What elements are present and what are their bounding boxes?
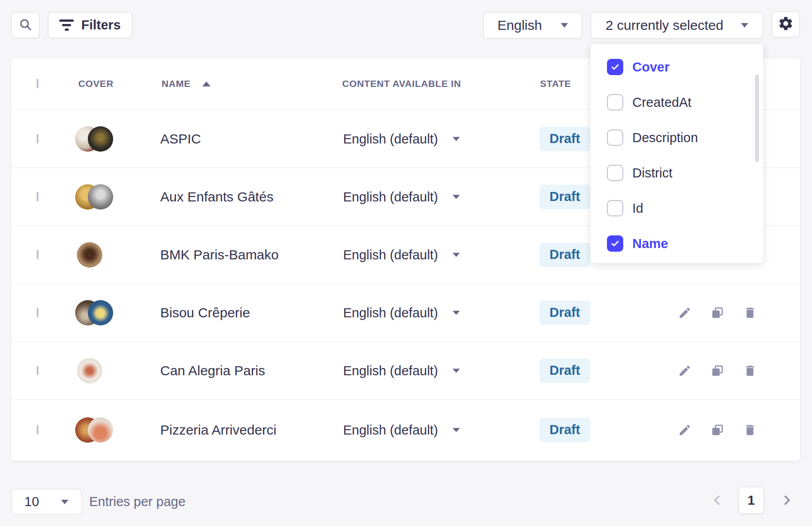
edit-button[interactable] [678,306,692,320]
entry-name: Bisou Crêperie [160,305,250,320]
row-checkbox[interactable] [37,134,38,143]
entry-name: Can Alegria Paris [160,363,265,378]
column-option-label: CreatedAt [632,95,692,110]
chevron-down-icon [453,195,460,199]
locale-dropdown[interactable]: English (default) [343,189,460,204]
cover-avatars [75,417,113,443]
locale-select[interactable]: English [483,12,582,38]
chevron-down-icon [453,428,460,432]
locale-value: English (default) [343,422,438,437]
column-option-id[interactable]: Id [591,191,763,226]
filter-icon [59,19,74,31]
checkbox-checked-icon[interactable] [607,59,623,75]
column-header-state: STATE [540,78,571,89]
page-size-value: 10 [24,494,39,509]
column-option-description[interactable]: Description [591,120,763,155]
search-button[interactable] [11,12,39,38]
popover-scrollbar[interactable] [755,75,759,162]
previous-page-button[interactable] [714,495,724,506]
table-row[interactable]: Pizzeria Arrivederci English (default) D… [11,399,800,460]
cover-avatars [75,300,113,325]
duplicate-button[interactable] [711,364,724,378]
cover-avatars [75,184,113,210]
filters-button[interactable]: Filters [48,12,132,38]
entries-per-page-label: Entries per page [89,489,186,515]
column-header-name: NAME [162,78,191,89]
column-option-createdat[interactable]: CreatedAt [591,85,763,120]
table-row[interactable]: Bisou Crêperie English (default) Draft [11,283,800,341]
column-header-cover: COVER [78,78,114,89]
column-header-content: CONTENT AVAILABLE IN [342,78,461,89]
column-option-label: Id [632,201,643,216]
checkbox-unchecked-icon[interactable] [607,165,623,181]
checkbox-unchecked-icon[interactable] [607,94,623,110]
delete-button[interactable] [743,364,757,378]
row-checkbox[interactable] [37,308,38,317]
column-option-name[interactable]: Name [591,226,763,261]
locale-dropdown[interactable]: English (default) [343,131,460,146]
status-badge: Draft [540,185,590,209]
locale-dropdown[interactable]: English (default) [343,363,460,378]
settings-button[interactable] [772,11,800,37]
page-size-select[interactable]: 10 [11,489,81,515]
checkbox-unchecked-icon[interactable] [607,200,623,216]
entry-name: BMK Paris-Bamako [160,247,279,263]
chevron-down-icon [741,23,748,28]
row-checkbox[interactable] [37,192,38,201]
cover-avatars [77,358,102,383]
column-option-label: Description [632,130,698,145]
select-all-checkbox[interactable] [37,79,38,88]
search-icon [19,18,32,33]
delete-button[interactable] [743,306,757,320]
column-option-label: District [632,166,673,181]
column-option-cover[interactable]: Cover [591,49,763,85]
columns-select[interactable]: 2 currently selected [591,12,763,38]
avatar [88,184,113,210]
locale-value: English (default) [343,189,438,204]
locale-dropdown[interactable]: English (default) [343,305,460,320]
chevron-down-icon [453,137,460,141]
edit-button[interactable] [678,423,692,437]
column-option-district[interactable]: District [591,155,763,191]
chevron-down-icon [453,253,460,257]
sort-ascending-icon [202,81,210,86]
page-1-button[interactable]: 1 [739,488,763,513]
duplicate-button[interactable] [711,423,724,437]
row-checkbox[interactable] [37,425,38,435]
status-badge: Draft [540,418,590,442]
status-badge: Draft [540,243,590,267]
locale-value: English (default) [343,305,438,320]
locale-select-value: English [497,18,542,33]
next-page-button[interactable] [780,495,791,506]
cover-avatars [75,126,113,152]
columns-select-value: 2 currently selected [606,18,723,33]
table-row[interactable]: Can Alegria Paris English (default) Draf… [11,341,800,399]
chevron-down-icon [561,23,568,28]
avatar [77,242,102,268]
locale-dropdown[interactable]: English (default) [343,247,460,262]
duplicate-button[interactable] [711,306,724,320]
checkbox-checked-icon[interactable] [607,235,623,252]
row-checkbox[interactable] [37,250,38,259]
avatar [77,358,102,383]
avatar [88,126,113,152]
status-badge: Draft [540,301,590,325]
locale-value: English (default) [343,131,438,146]
avatar [88,417,113,443]
entry-name: Pizzeria Arrivederci [160,422,277,438]
checkbox-unchecked-icon[interactable] [607,129,623,146]
locale-value: English (default) [343,363,438,378]
column-header-name-sort[interactable]: NAME [162,78,210,89]
locale-value: English (default) [343,247,438,262]
edit-button[interactable] [678,364,692,378]
delete-button[interactable] [743,423,757,437]
status-badge: Draft [540,359,590,383]
chevron-down-icon [61,500,68,504]
filters-button-label: Filters [81,18,120,33]
chevron-down-icon [453,311,460,315]
column-option-label: Cover [632,60,669,75]
status-badge: Draft [540,127,590,151]
columns-popover: Cover CreatedAt Description District Id … [591,44,763,263]
locale-dropdown[interactable]: English (default) [343,422,460,437]
row-checkbox[interactable] [37,366,38,375]
